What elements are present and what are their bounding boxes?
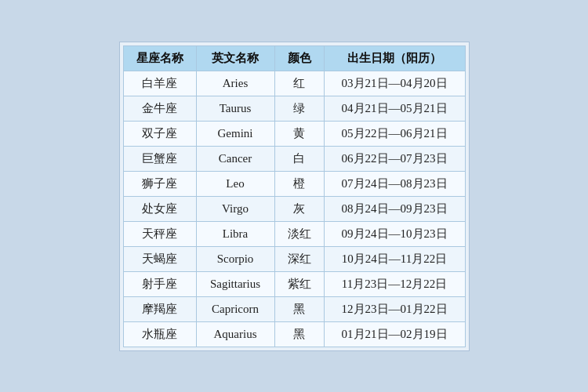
cell-en: Taurus [196, 96, 274, 121]
cell-en: Scorpio [196, 246, 274, 271]
cell-cn: 巨蟹座 [123, 146, 196, 171]
cell-color: 橙 [274, 171, 324, 196]
cell-color: 白 [274, 146, 324, 171]
cell-color: 红 [274, 71, 324, 96]
cell-cn: 水瓶座 [123, 321, 196, 347]
cell-en: Libra [196, 221, 274, 246]
table-header-row: 星座名称 英文名称 颜色 出生日期（阳历） [123, 45, 465, 71]
cell-en: Capricorn [196, 296, 274, 321]
cell-color: 紫红 [274, 271, 324, 296]
table-row: 金牛座Taurus绿04月21日—05月21日 [123, 96, 465, 121]
cell-cn: 双子座 [123, 121, 196, 146]
cell-color: 黑 [274, 296, 324, 321]
header-color: 颜色 [274, 45, 324, 71]
cell-cn: 天秤座 [123, 221, 196, 246]
cell-date: 12月23日—01月22日 [324, 296, 465, 321]
zodiac-table-container: 星座名称 英文名称 颜色 出生日期（阳历） 白羊座Aries红03月21日—04… [119, 42, 470, 351]
cell-cn: 白羊座 [123, 71, 196, 96]
cell-date: 05月22日—06月21日 [324, 121, 465, 146]
table-row: 巨蟹座Cancer白06月22日—07月23日 [123, 146, 465, 171]
header-date: 出生日期（阳历） [324, 45, 465, 71]
cell-en: Cancer [196, 146, 274, 171]
cell-date: 06月22日—07月23日 [324, 146, 465, 171]
table-row: 水瓶座Aquarius黑01月21日—02月19日 [123, 321, 465, 347]
cell-date: 01月21日—02月19日 [324, 321, 465, 347]
table-row: 狮子座Leo橙07月24日—08月23日 [123, 171, 465, 196]
table-row: 处女座Virgo灰08月24日—09月23日 [123, 196, 465, 221]
header-cn: 星座名称 [123, 45, 196, 71]
cell-cn: 狮子座 [123, 171, 196, 196]
cell-cn: 摩羯座 [123, 296, 196, 321]
header-en: 英文名称 [196, 45, 274, 71]
cell-color: 黄 [274, 121, 324, 146]
cell-date: 03月21日—04月20日 [324, 71, 465, 96]
cell-en: Aries [196, 71, 274, 96]
cell-en: Leo [196, 171, 274, 196]
cell-date: 08月24日—09月23日 [324, 196, 465, 221]
cell-color: 灰 [274, 196, 324, 221]
cell-cn: 天蝎座 [123, 246, 196, 271]
table-row: 摩羯座Capricorn黑12月23日—01月22日 [123, 296, 465, 321]
cell-color: 黑 [274, 321, 324, 347]
table-row: 天蝎座Scorpio深红10月24日—11月22日 [123, 246, 465, 271]
cell-color: 绿 [274, 96, 324, 121]
cell-date: 09月24日—10月23日 [324, 221, 465, 246]
cell-cn: 金牛座 [123, 96, 196, 121]
cell-en: Aquarius [196, 321, 274, 347]
table-row: 双子座Gemini黄05月22日—06月21日 [123, 121, 465, 146]
table-row: 射手座Sagittarius紫红11月23日—12月22日 [123, 271, 465, 296]
cell-date: 07月24日—08月23日 [324, 171, 465, 196]
cell-date: 04月21日—05月21日 [324, 96, 465, 121]
cell-en: Virgo [196, 196, 274, 221]
cell-cn: 射手座 [123, 271, 196, 296]
cell-en: Gemini [196, 121, 274, 146]
zodiac-table: 星座名称 英文名称 颜色 出生日期（阳历） 白羊座Aries红03月21日—04… [123, 45, 466, 347]
cell-color: 淡红 [274, 221, 324, 246]
table-row: 天秤座Libra淡红09月24日—10月23日 [123, 221, 465, 246]
table-row: 白羊座Aries红03月21日—04月20日 [123, 71, 465, 96]
cell-date: 10月24日—11月22日 [324, 246, 465, 271]
cell-en: Sagittarius [196, 271, 274, 296]
cell-color: 深红 [274, 246, 324, 271]
cell-cn: 处女座 [123, 196, 196, 221]
cell-date: 11月23日—12月22日 [324, 271, 465, 296]
